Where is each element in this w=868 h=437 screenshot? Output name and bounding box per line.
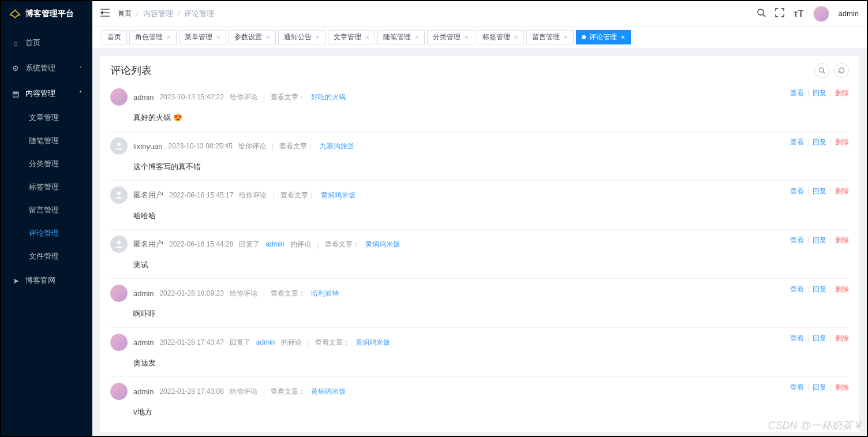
username[interactable]: admin — [839, 9, 859, 18]
sidebar-subitem-随笔管理[interactable]: 随笔管理 — [1, 129, 92, 152]
close-icon[interactable]: ✕ — [464, 34, 469, 40]
comment-body: 真好的火锅 😍 — [133, 113, 849, 123]
action-view[interactable]: 查看 — [790, 137, 804, 147]
fullscreen-icon[interactable] — [775, 8, 784, 20]
tab-首页[interactable]: 首页 — [102, 30, 127, 44]
comment-user: lixinyuan — [133, 142, 163, 151]
sidebar-item-系统管理[interactable]: ⚙系统管理˅ — [1, 55, 92, 81]
svg-point-0 — [758, 9, 764, 15]
article-link[interactable]: 黄焖鸡米饭 — [321, 191, 356, 200]
tab-菜单管理[interactable]: 菜单管理✕ — [179, 30, 226, 44]
comment-user: admin — [133, 338, 154, 347]
close-icon[interactable]: ✕ — [365, 34, 369, 40]
breadcrumb-内容管理[interactable]: 内容管理 — [143, 9, 173, 19]
close-icon[interactable]: ✕ — [265, 34, 270, 40]
fontsize-icon[interactable]: тT — [794, 9, 804, 19]
tab-随笔管理[interactable]: 随笔管理✕ — [377, 30, 425, 44]
comment-avatar — [110, 334, 128, 351]
article-link[interactable]: 黄焖鸡米饭 — [311, 387, 346, 397]
tab-通知公告[interactable]: 通知公告✕ — [278, 30, 326, 44]
sidebar-item-内容管理[interactable]: ▤内容管理˄ — [1, 81, 92, 106]
close-icon[interactable]: ✕ — [414, 34, 419, 40]
comment-user: admin — [133, 289, 154, 298]
comment-row: admin2023-10-13 15:42:22给你评论 | 查看文章：好吃的火… — [110, 83, 849, 132]
action-view[interactable]: 查看 — [790, 334, 804, 343]
action-delete[interactable]: 删除 — [835, 236, 849, 245]
search-icon[interactable] — [757, 8, 766, 20]
tab-参数设置[interactable]: 参数设置✕ — [229, 30, 276, 44]
menu-icon: ⌂ — [12, 39, 20, 47]
comments-list: admin2023-10-13 15:42:22给你评论 | 查看文章：好吃的火… — [110, 83, 849, 425]
action-view[interactable]: 查看 — [790, 88, 804, 98]
action-delete[interactable]: 删除 — [835, 383, 849, 393]
sidebar-item-首页[interactable]: ⌂首页 — [1, 30, 92, 55]
breadcrumb-评论管理[interactable]: 评论管理 — [184, 9, 214, 19]
avatar[interactable] — [813, 6, 829, 22]
sidebar-subitem-留言管理[interactable]: 留言管理 — [1, 199, 92, 222]
action-reply[interactable]: 回复 — [813, 383, 826, 393]
brand-text: 博客管理平台 — [25, 9, 74, 19]
comment-user: 匿名用户 — [133, 239, 163, 249]
action-delete[interactable]: 删除 — [835, 285, 849, 294]
tab-分类管理[interactable]: 分类管理✕ — [427, 30, 474, 44]
action-reply[interactable]: 回复 — [813, 88, 826, 98]
article-link[interactable]: 黄焖鸡米饭 — [365, 240, 400, 249]
comment-time: 2022-01-28 17:43:47 — [159, 338, 223, 346]
comment-row: 匿名用户2022-06-16 15:44:28回复了 admin 的评论 | 查… — [110, 230, 849, 279]
close-icon[interactable]: ✕ — [166, 34, 171, 40]
action-reply[interactable]: 回复 — [813, 137, 826, 147]
comment-avatar — [110, 88, 128, 106]
action-delete[interactable]: 删除 — [835, 88, 849, 98]
article-link[interactable]: 好吃的火锅 — [311, 92, 346, 102]
comment-user: admin — [133, 387, 154, 396]
action-view[interactable]: 查看 — [790, 236, 804, 245]
logo-icon — [9, 8, 21, 20]
action-delete[interactable]: 删除 — [835, 334, 849, 343]
tool-search-icon[interactable] — [814, 63, 829, 78]
svg-point-1 — [820, 68, 824, 73]
action-reply[interactable]: 回复 — [813, 186, 826, 196]
comment-body: 这个博客写的真不错 — [133, 162, 849, 172]
action-reply[interactable]: 回复 — [813, 334, 826, 343]
article-link[interactable]: 哈利波特 — [311, 289, 339, 298]
sidebar-subitem-文件管理[interactable]: 文件管理 — [1, 245, 92, 268]
chevron-up-icon: ˄ — [79, 91, 82, 97]
sidebar-subitem-分类管理[interactable]: 分类管理 — [1, 152, 92, 175]
comment-row: admin2022-01-28 18:09:23给你评论 | 查看文章：哈利波特… — [110, 279, 849, 328]
menu-icon: ➤ — [12, 277, 20, 285]
close-icon[interactable]: ✕ — [216, 34, 220, 40]
brand: 博客管理平台 — [1, 1, 92, 27]
svg-point-4 — [117, 241, 121, 244]
article-link[interactable]: 九寨沟旅游 — [320, 141, 354, 151]
comment-time: 2022-06-16 15:44:28 — [169, 240, 233, 248]
action-view[interactable]: 查看 — [790, 383, 804, 393]
tab-角色管理[interactable]: 角色管理✕ — [129, 30, 177, 44]
action-reply[interactable]: 回复 — [813, 285, 826, 294]
article-link[interactable]: 黄焖鸡米饭 — [356, 338, 390, 348]
sidebar-subitem-评论管理[interactable]: 评论管理 — [1, 222, 92, 245]
close-icon[interactable]: ✕ — [315, 34, 320, 40]
comment-row: 匿名用户2022-06-16 15:45:17给你评论 | 查看文章：黄焖鸡米饭… — [110, 181, 849, 230]
close-icon[interactable]: ✕ — [620, 34, 625, 40]
close-icon[interactable]: ✕ — [514, 34, 518, 40]
action-delete[interactable]: 删除 — [835, 186, 849, 196]
sidebar-subitem-文章管理[interactable]: 文章管理 — [1, 106, 92, 129]
action-reply[interactable]: 回复 — [813, 236, 826, 245]
pagination: 共 7 条 10条/页 ‹ 1 › 前往 页 — [99, 433, 860, 436]
main: 首页/内容管理/评论管理 тT admin 首页角色管理✕菜单管理✕参数设置✕通… — [92, 1, 867, 436]
tab-标签管理[interactable]: 标签管理✕ — [477, 30, 524, 44]
action-view[interactable]: 查看 — [790, 285, 804, 294]
menu-icon: ▤ — [12, 89, 20, 98]
action-delete[interactable]: 删除 — [835, 137, 849, 147]
collapse-sidebar-icon[interactable] — [100, 9, 110, 18]
close-icon[interactable]: ✕ — [563, 34, 568, 40]
tool-refresh-icon[interactable] — [834, 63, 849, 78]
tab-文章管理[interactable]: 文章管理✕ — [328, 30, 375, 44]
breadcrumb-首页[interactable]: 首页 — [118, 9, 132, 18]
tab-评论管理[interactable]: 评论管理✕ — [576, 30, 631, 44]
comment-row: admin2022-01-28 17:43:08给你评论 | 查看文章：黄焖鸡米… — [110, 377, 849, 425]
sidebar-subitem-标签管理[interactable]: 标签管理 — [1, 175, 92, 199]
tab-留言管理[interactable]: 留言管理✕ — [526, 30, 574, 44]
sidebar-item-博客官网[interactable]: ➤博客官网 — [1, 268, 92, 293]
action-view[interactable]: 查看 — [790, 186, 804, 196]
